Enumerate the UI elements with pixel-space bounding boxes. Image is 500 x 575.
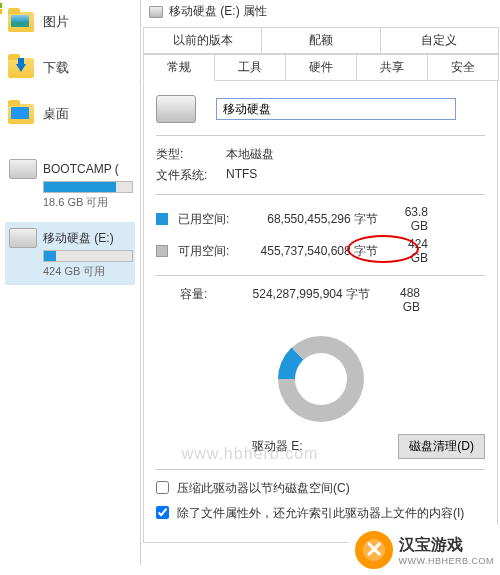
- free-space-swatch: [156, 245, 168, 257]
- drive-icon: [9, 159, 37, 179]
- used-space-bytes: 68,550,455,296 字节: [238, 211, 378, 228]
- divider: [156, 469, 485, 470]
- tab-general-content: 类型: 本地磁盘 文件系统: NTFS 已用空间: 68,550,455,296…: [143, 80, 498, 543]
- free-space-bytes: 455,737,540,608 字节: [238, 243, 378, 260]
- divider: [156, 275, 485, 276]
- dialog-titlebar: 移动硬盘 (E:) 属性: [141, 0, 500, 23]
- drive-list: BOOTCAMP ( 18.6 GB 可用 移动硬盘 (E:) 424 GB 可…: [5, 153, 135, 285]
- index-label: 除了文件属性外，还允许索引此驱动器上文件的内容(I): [177, 505, 464, 522]
- sidebar-label: 图片: [43, 13, 69, 31]
- free-space-hr: 424 GB: [378, 237, 428, 265]
- drive-name: BOOTCAMP (: [43, 162, 119, 176]
- used-space-hr: 63.8 GB: [378, 205, 428, 233]
- sidebar-label: 桌面: [43, 105, 69, 123]
- compress-checkbox[interactable]: [156, 481, 169, 494]
- capacity-bytes: 524,287,995,904 字节: [230, 286, 370, 314]
- sidebar-item-desktop[interactable]: 桌面: [5, 100, 135, 128]
- filesystem-value: NTFS: [226, 167, 257, 184]
- desktop-icon: [7, 102, 35, 126]
- capacity-hr: 488 GB: [370, 286, 420, 314]
- pictures-icon: [7, 10, 35, 34]
- drive-icon: [9, 228, 37, 248]
- type-value: 本地磁盘: [226, 146, 274, 163]
- free-space-label: 可用空间:: [178, 243, 238, 260]
- volume-name-input[interactable]: [216, 98, 456, 120]
- drive-subtext: 18.6 GB 可用: [43, 195, 131, 210]
- sidebar-item-pictures[interactable]: 图片: [5, 8, 135, 36]
- drive-icon: [149, 6, 163, 18]
- dialog-title: 移动硬盘 (E:) 属性: [169, 3, 267, 20]
- drive-name: 移动硬盘 (E:): [43, 230, 114, 247]
- brand-badge: ✕ 汉宝游戏 WWW.HBHERB.COM: [349, 525, 501, 575]
- brand-name-en: WWW.HBHERB.COM: [399, 556, 495, 566]
- windows-icon: [0, 2, 2, 14]
- drive-usage-bar: [43, 250, 133, 262]
- drive-item-bootcamp[interactable]: BOOTCAMP ( 18.6 GB 可用: [5, 153, 135, 216]
- used-space-swatch: [156, 213, 168, 225]
- divider: [156, 135, 485, 136]
- tab-tools[interactable]: 工具: [214, 54, 286, 81]
- drive-icon-large: [156, 95, 196, 123]
- compress-label: 压缩此驱动器以节约磁盘空间(C): [177, 480, 350, 497]
- compress-checkbox-row[interactable]: 压缩此驱动器以节约磁盘空间(C): [156, 480, 485, 497]
- index-checkbox-row[interactable]: 除了文件属性外，还允许索引此驱动器上文件的内容(I): [156, 505, 485, 522]
- tab-sharing[interactable]: 共享: [356, 54, 428, 81]
- drive-item-removable[interactable]: 移动硬盘 (E:) 424 GB 可用: [5, 222, 135, 285]
- drive-usage-bar: [43, 181, 133, 193]
- tab-quota[interactable]: 配额: [261, 27, 380, 54]
- brand-name-cn: 汉宝游戏: [399, 535, 495, 556]
- filesystem-label: 文件系统:: [156, 167, 226, 184]
- tab-security[interactable]: 安全: [427, 54, 499, 81]
- disk-cleanup-button[interactable]: 磁盘清理(D): [398, 434, 485, 459]
- capacity-label: 容量:: [180, 286, 230, 314]
- used-space-label: 已用空间:: [178, 211, 238, 228]
- drive-letter-label: 驱动器 E:: [252, 438, 303, 455]
- tab-general[interactable]: 常规: [143, 54, 215, 81]
- sidebar-item-downloads[interactable]: 下载: [5, 54, 135, 82]
- properties-dialog: 移动硬盘 (E:) 属性 以前的版本 配额 自定义 常规 工具 硬件 共享 安全…: [140, 0, 500, 565]
- sidebar-label: 下载: [43, 59, 69, 77]
- downloads-icon: [7, 56, 35, 80]
- tab-row-bottom: 常规 工具 硬件 共享 安全: [143, 54, 498, 81]
- tab-row-top: 以前的版本 配额 自定义: [143, 27, 498, 54]
- drive-subtext: 424 GB 可用: [43, 264, 131, 279]
- brand-logo-icon: ✕: [355, 531, 393, 569]
- explorer-sidebar: 图片 下载 桌面 BOOTCAMP ( 18.6 GB 可用 移动硬盘 (E:)…: [0, 0, 140, 575]
- usage-donut-chart: [156, 324, 485, 434]
- tab-hardware[interactable]: 硬件: [285, 54, 357, 81]
- type-label: 类型:: [156, 146, 226, 163]
- index-checkbox[interactable]: [156, 506, 169, 519]
- tab-previous-versions[interactable]: 以前的版本: [143, 27, 262, 54]
- tab-customize[interactable]: 自定义: [380, 27, 499, 54]
- divider: [156, 194, 485, 195]
